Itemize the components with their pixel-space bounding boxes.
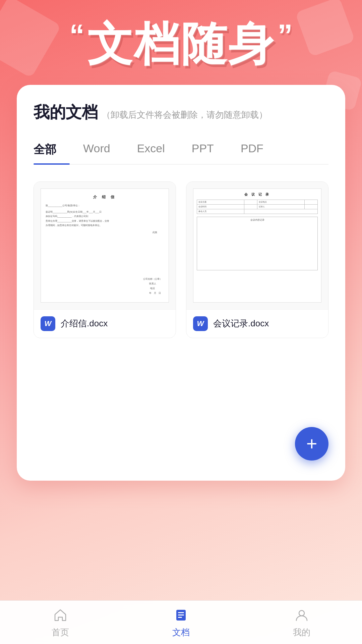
- nav-label-home: 首页: [52, 627, 69, 638]
- hero-section: “ 文档随身 ”: [0, 0, 362, 85]
- nav-label-docs: 文档: [172, 627, 190, 638]
- docs-icon: [172, 606, 190, 624]
- card-title: 我的文档: [34, 102, 98, 123]
- tab-excel[interactable]: Excel: [124, 137, 178, 164]
- doc-letter-title: 介 绍 信: [46, 194, 164, 200]
- svg-rect-1: [178, 612, 184, 613]
- main-card: 我的文档 （卸载后文件将会被删除，请勿随意卸载） 全部 Word Excel P…: [17, 85, 345, 481]
- svg-rect-2: [178, 614, 184, 615]
- tab-pdf[interactable]: PDF: [227, 137, 277, 164]
- svg-rect-3: [178, 617, 182, 618]
- home-icon: [52, 606, 69, 624]
- doc-card-meeting[interactable]: 会 议 记 录 会议主题 会议地点 会议时间 记录人: [186, 181, 328, 338]
- quote-right: ”: [278, 20, 293, 50]
- document-grid: 介 绍 信 致___________公司/集团/单位： 兹证明_________…: [34, 181, 328, 338]
- doc-footer-meeting: W 会议记录.docx: [186, 309, 328, 338]
- doc-preview-meeting: 会 议 记 录 会议主题 会议地点 会议时间 记录人: [186, 182, 328, 309]
- doc-letter-preview: 介 绍 信 致___________公司/集团/单位： 兹证明_________…: [41, 189, 169, 303]
- doc-preview-intro: 介 绍 信 致___________公司/集团/单位： 兹证明_________…: [34, 182, 176, 309]
- svg-point-4: [299, 610, 304, 616]
- nav-label-profile: 我的: [293, 627, 310, 638]
- tab-bar: 全部 Word Excel PPT PDF: [34, 137, 328, 165]
- quote-left: “: [69, 20, 84, 50]
- doc-filename-intro: 介绍信.docx: [61, 318, 108, 329]
- doc-filename-meeting: 会议记录.docx: [213, 318, 269, 329]
- doc-meeting-table: 会议主题 会议地点 会议时间 记录人 参会人员: [197, 200, 318, 214]
- tab-ppt[interactable]: PPT: [178, 137, 227, 164]
- hero-title: 文档随身: [87, 20, 275, 68]
- profile-icon: [293, 606, 310, 624]
- nav-item-profile[interactable]: 我的: [275, 606, 328, 638]
- bottom-nav: 首页 文档 我的: [0, 600, 362, 644]
- tab-all[interactable]: 全部: [34, 137, 70, 164]
- tab-word[interactable]: Word: [70, 137, 124, 164]
- word-icon-intro: W: [41, 316, 55, 331]
- doc-meeting-preview: 会 议 记 录 会议主题 会议地点 会议时间 记录人: [193, 189, 321, 303]
- word-icon-meeting: W: [193, 316, 208, 331]
- nav-item-docs[interactable]: 文档: [154, 606, 208, 638]
- doc-card-intro-letter[interactable]: 介 绍 信 致___________公司/集团/单位： 兹证明_________…: [34, 181, 176, 338]
- doc-meeting-content-box: 会议内容记录: [197, 217, 318, 270]
- doc-meeting-title: 会 议 记 录: [197, 192, 318, 197]
- nav-item-home[interactable]: 首页: [34, 606, 87, 638]
- fab-add-button[interactable]: +: [295, 427, 328, 461]
- card-subtitle: （卸载后文件将会被删除，请勿随意卸载）: [102, 109, 267, 121]
- card-header: 我的文档 （卸载后文件将会被删除，请勿随意卸载）: [34, 102, 328, 123]
- doc-footer-intro: W 介绍信.docx: [34, 309, 176, 338]
